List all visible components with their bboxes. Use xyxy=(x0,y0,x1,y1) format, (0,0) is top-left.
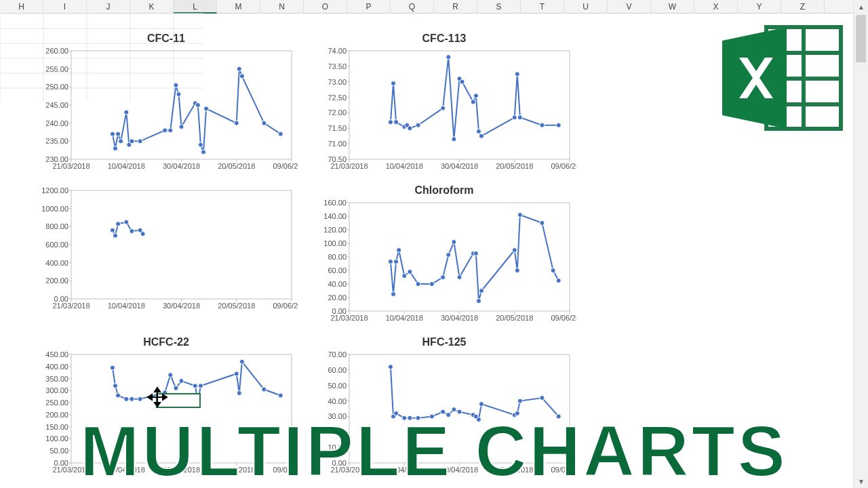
svg-point-143 xyxy=(512,115,517,120)
column-header-P[interactable]: P xyxy=(347,0,391,14)
svg-point-142 xyxy=(479,134,484,138)
svg-point-179 xyxy=(140,232,145,237)
svg-text:240.00: 240.00 xyxy=(45,119,68,127)
chart-title: Chloroform xyxy=(312,184,576,197)
svg-point-217 xyxy=(441,275,446,280)
svg-text:400.00: 400.00 xyxy=(45,259,68,267)
svg-text:1000.00: 1000.00 xyxy=(41,205,68,213)
svg-text:30/04/2018: 30/04/2018 xyxy=(163,162,200,170)
svg-point-276 xyxy=(237,390,241,395)
svg-point-279 xyxy=(278,393,283,398)
svg-text:140.00: 140.00 xyxy=(323,212,347,220)
svg-point-224 xyxy=(479,289,484,293)
svg-point-97 xyxy=(239,74,244,79)
chart-title: HCFC-22 xyxy=(34,336,298,348)
svg-point-147 xyxy=(556,123,561,127)
svg-text:40.00: 40.00 xyxy=(328,397,347,405)
svg-point-145 xyxy=(517,115,522,120)
svg-point-325 xyxy=(540,396,545,401)
svg-point-173 xyxy=(110,228,115,232)
svg-point-219 xyxy=(452,240,456,245)
column-header-W[interactable]: W xyxy=(651,0,694,14)
svg-point-80 xyxy=(119,139,123,144)
column-header-T[interactable]: T xyxy=(521,0,564,14)
svg-rect-180 xyxy=(349,203,570,311)
svg-point-220 xyxy=(457,275,462,280)
svg-text:10/04/2018: 10/04/2018 xyxy=(108,162,145,170)
svg-point-84 xyxy=(138,139,142,144)
svg-text:10/04/2018: 10/04/2018 xyxy=(386,314,423,322)
svg-point-272 xyxy=(193,384,197,388)
column-header-N[interactable]: N xyxy=(260,0,304,14)
svg-text:21/03/2018: 21/03/2018 xyxy=(52,302,90,310)
chart-title: CFC-11 xyxy=(34,33,298,45)
column-header-Z[interactable]: Z xyxy=(781,0,825,14)
svg-text:21/03/2018: 21/03/2018 xyxy=(330,314,368,322)
svg-point-230 xyxy=(556,279,561,283)
column-header-Y[interactable]: Y xyxy=(738,0,781,14)
column-header-V[interactable]: V xyxy=(608,0,651,14)
svg-text:40.00: 40.00 xyxy=(328,280,347,288)
svg-point-223 xyxy=(476,299,481,304)
svg-point-212 xyxy=(397,248,401,253)
svg-text:20/05/2018: 20/05/2018 xyxy=(218,162,255,170)
svg-point-214 xyxy=(408,270,412,274)
svg-text:1200.00: 1200.00 xyxy=(41,187,68,195)
svg-point-139 xyxy=(471,100,475,104)
svg-point-265 xyxy=(124,396,129,401)
column-header-R[interactable]: R xyxy=(434,0,477,14)
svg-point-99 xyxy=(278,131,283,136)
svg-point-140 xyxy=(473,94,478,98)
chart-title: CFC-113 xyxy=(312,33,576,45)
svg-point-88 xyxy=(176,92,181,97)
svg-text:250.00: 250.00 xyxy=(45,399,68,407)
scrollbar-thumb[interactable] xyxy=(856,15,866,62)
column-header-S[interactable]: S xyxy=(477,0,521,14)
move-cursor-icon xyxy=(148,388,167,409)
chart-cfc-113[interactable]: CFC-11370.5071.0071.5072.0072.5073.0073.… xyxy=(312,33,576,179)
svg-text:200.00: 200.00 xyxy=(45,277,68,285)
svg-point-275 xyxy=(234,371,239,376)
svg-text:73.50: 73.50 xyxy=(328,62,347,70)
column-header-Q[interactable]: Q xyxy=(391,0,434,14)
scroll-up-button[interactable]: ▲ xyxy=(854,0,868,14)
column-header-M[interactable]: M xyxy=(217,0,260,14)
chart-chloroform[interactable]: Chloroform0.0020.0040.0060.0080.00100.00… xyxy=(312,184,576,331)
svg-point-271 xyxy=(179,379,184,384)
svg-point-177 xyxy=(130,229,134,234)
svg-point-175 xyxy=(116,222,121,226)
svg-text:72.00: 72.00 xyxy=(328,108,347,117)
svg-point-133 xyxy=(416,123,420,127)
svg-point-94 xyxy=(204,106,209,111)
svg-text:30/04/2018: 30/04/2018 xyxy=(441,162,478,170)
svg-text:71.00: 71.00 xyxy=(328,140,347,148)
svg-text:300.00: 300.00 xyxy=(45,386,68,394)
column-header-O[interactable]: O xyxy=(304,0,347,14)
svg-point-127 xyxy=(388,120,393,125)
svg-text:20/05/2018: 20/05/2018 xyxy=(496,314,533,322)
svg-text:73.00: 73.00 xyxy=(328,78,347,86)
svg-point-270 xyxy=(174,386,178,390)
svg-point-274 xyxy=(198,384,203,388)
svg-point-95 xyxy=(234,121,239,125)
svg-text:245.00: 245.00 xyxy=(45,101,68,109)
svg-text:30/04/2018: 30/04/2018 xyxy=(163,302,200,310)
chart-cfc-11[interactable]: CFC-11230.00235.00240.00245.00250.00255.… xyxy=(34,33,298,179)
svg-marker-329 xyxy=(155,388,160,392)
column-header-X[interactable]: X xyxy=(694,0,738,14)
svg-text:450.00: 450.00 xyxy=(45,351,68,359)
svg-point-134 xyxy=(441,106,446,110)
banner-text: MULTIPLE CHARTS xyxy=(0,415,868,488)
svg-text:72.50: 72.50 xyxy=(328,94,347,102)
column-header-U[interactable]: U xyxy=(564,0,608,14)
svg-rect-100 xyxy=(349,51,570,159)
svg-text:50.00: 50.00 xyxy=(328,382,347,390)
svg-point-277 xyxy=(239,359,244,364)
svg-text:120.00: 120.00 xyxy=(323,226,347,234)
svg-point-213 xyxy=(402,274,407,279)
svg-text:09/06/2018: 09/06/2018 xyxy=(551,314,576,322)
svg-point-226 xyxy=(515,268,519,273)
svg-text:20/05/2018: 20/05/2018 xyxy=(496,162,533,170)
svg-point-141 xyxy=(476,129,481,134)
chart-untitled[interactable]: 0.00200.00400.00600.00800.001000.001200.… xyxy=(34,184,298,331)
